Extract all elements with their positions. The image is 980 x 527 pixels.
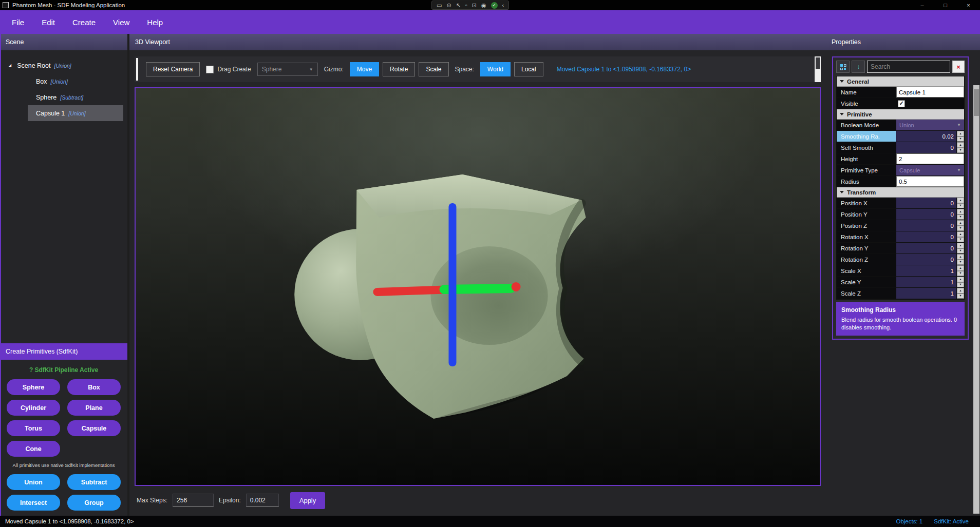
property-category-general[interactable]: General [837,76,964,87]
camera-icon[interactable]: ⊙ [446,3,451,8]
spinner-down-button[interactable]: ▼ [957,248,964,254]
tree-item-sphere[interactable]: Sphere[Subtract] [0,89,127,105]
spinner-down-button[interactable]: ▼ [957,260,964,265]
toolbar-scrollbar[interactable] [815,56,821,82]
spinner-down-button[interactable]: ▼ [957,237,964,243]
viewport-3d-canvas[interactable] [136,88,820,485]
property-row-position-y[interactable]: Position Y0▲▼ [837,209,964,220]
property-row-rotation-y[interactable]: Rotation Y0▲▼ [837,243,964,254]
property-row-position-x[interactable]: Position X0▲▼ [837,198,964,209]
spinner-down-button[interactable]: ▼ [957,226,964,231]
spinner-down-button[interactable]: ▼ [957,271,964,277]
gizmo-scale-button[interactable]: Scale [419,62,448,76]
union-button[interactable]: Union [7,474,60,490]
property-text-input[interactable] [896,176,964,187]
properties-scrollbar-thumb[interactable] [974,89,979,116]
menu-edit[interactable]: Edit [33,13,64,31]
property-row-position-z[interactable]: Position Z0▲▼ [837,220,964,231]
spinner-down-button[interactable]: ▼ [957,282,964,288]
torus-button[interactable]: Torus [7,420,60,436]
property-row-boolean-mode[interactable]: Boolean ModeUnion▼ [837,120,964,131]
viewport-canvas[interactable] [135,87,821,486]
tree-item-capsule-1[interactable]: Capsule 1[Union] [28,105,123,121]
sort-alphabetical-button[interactable]: ↓ [852,61,865,73]
spinner-up-button[interactable]: ▲ [957,254,964,260]
property-text-input[interactable] [896,87,964,97]
property-dropdown[interactable]: Capsule▼ [896,165,964,175]
property-search-input[interactable] [867,61,950,73]
spinner-up-button[interactable]: ▲ [957,231,964,237]
spinner-up-button[interactable]: ▲ [957,265,964,271]
shape-dropdown[interactable]: Sphere ▼ [257,63,318,76]
property-row-rotation-z[interactable]: Rotation Z0▲▼ [837,254,964,265]
epsilon-input[interactable] [246,494,279,507]
gizmo-move-button[interactable]: Move [350,62,379,76]
cursor-icon[interactable]: ↖ [456,3,461,8]
collapse-chevron-icon[interactable]: ‹ [502,3,504,8]
spinner-down-button[interactable]: ▼ [957,148,964,153]
property-text-input[interactable] [896,153,964,164]
cone-button[interactable]: Cone [7,441,60,457]
tree-item-scene-root[interactable]: ◢Scene Root[Union] [0,57,127,73]
property-row-scale-y[interactable]: Scale Y1▲▼ [837,277,964,288]
spinner-up-button[interactable]: ▲ [957,131,964,136]
property-row-rotation-x[interactable]: Rotation X0▲▼ [837,231,964,243]
drag-create-checkbox[interactable] [206,66,214,73]
spinner-up-button[interactable]: ▲ [957,220,964,226]
property-row-self-smooth[interactable]: Self Smooth0▲▼ [837,142,964,153]
menu-help[interactable]: Help [138,13,172,31]
subtract-button[interactable]: Subtract [67,474,121,490]
search-clear-button[interactable]: × [952,61,965,73]
intersect-button[interactable]: Intersect [7,495,60,511]
property-category-transform[interactable]: Transform [837,187,964,198]
space-local-button[interactable]: Local [514,62,543,76]
property-row-radius[interactable]: Radius [837,176,964,187]
spinner-up-button[interactable]: ▲ [957,209,964,214]
spinner-up-button[interactable]: ▲ [957,277,964,282]
toolbar-gripper[interactable] [136,58,138,81]
spinner-down-button[interactable]: ▼ [957,214,964,220]
spinner-down-button[interactable]: ▼ [957,203,964,209]
property-row-name[interactable]: Name [837,87,964,98]
property-row-primitive-type[interactable]: Primitive TypeCapsule▼ [837,165,964,176]
close-button[interactable]: × [957,0,980,10]
maximize-button[interactable]: □ [934,0,957,10]
region-select-icon[interactable]: ▫ [465,3,467,8]
property-row-scale-z[interactable]: Scale Z1▲▼ [837,288,964,299]
cursor-region-icon[interactable]: ⊡ [472,3,477,8]
property-dropdown[interactable]: Union▼ [896,120,964,130]
spinner-up-button[interactable]: ▲ [957,198,964,203]
menu-view[interactable]: View [104,13,138,31]
apply-button[interactable]: Apply [290,492,326,509]
tree-item-box[interactable]: Box[Union] [0,73,127,89]
spinner-up-button[interactable]: ▲ [957,142,964,148]
gizmo-y-axis[interactable] [448,203,456,366]
property-row-visible[interactable]: Visible✓ [837,98,964,109]
spinner-up-button[interactable]: ▲ [957,243,964,248]
property-category-primitive[interactable]: Primitive [837,109,964,120]
checkbox-checked-icon[interactable]: ✓ [898,100,905,107]
plane-button[interactable]: Plane [67,400,121,416]
sphere-button[interactable]: Sphere [7,379,60,395]
status-ready-icon[interactable]: ✓ [491,2,498,9]
box-button[interactable]: Box [67,379,121,395]
max-steps-input[interactable] [173,494,214,507]
categorize-view-button[interactable] [836,61,850,73]
cylinder-button[interactable]: Cylinder [7,400,60,416]
property-row-smoothing-ra[interactable]: Smoothing Ra.0.02▲▼ [837,131,964,142]
menu-create[interactable]: Create [64,13,104,31]
record-icon[interactable]: ◉ [481,3,486,8]
display-share-icon[interactable]: ▭ [437,3,442,8]
properties-scrollbar[interactable] [973,85,979,514]
csg-object[interactable] [294,174,586,419]
spinner-down-button[interactable]: ▼ [957,294,964,299]
toolbar-scrollbar-thumb[interactable] [816,57,820,69]
gizmo-rotate-button[interactable]: Rotate [383,62,415,76]
property-row-scale-x[interactable]: Scale X1▲▼ [837,265,964,277]
spinner-down-button[interactable]: ▼ [957,136,964,142]
minimize-button[interactable]: – [911,0,934,10]
space-world-button[interactable]: World [480,62,511,76]
gizmo-x-handle[interactable] [512,282,521,291]
property-row-height[interactable]: Height [837,153,964,165]
group-button[interactable]: Group [67,495,121,511]
